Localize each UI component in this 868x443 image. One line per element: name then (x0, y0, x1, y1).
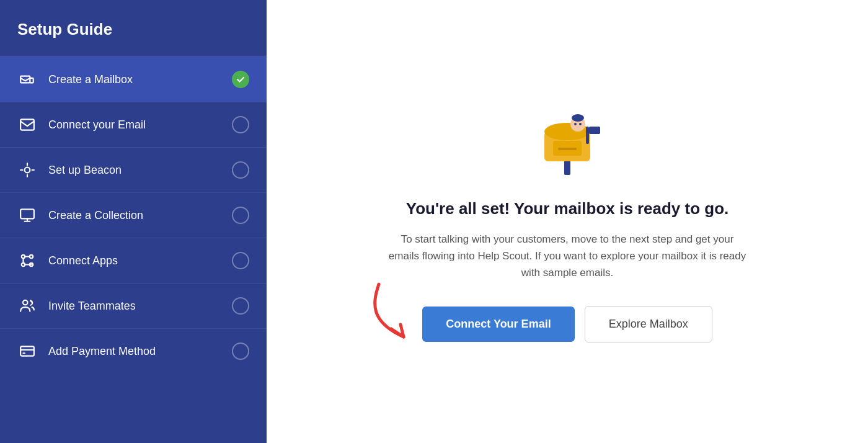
content-card: You're all set! Your mailbox is ready to… (350, 101, 784, 342)
collection-icon (17, 205, 37, 225)
svg-point-21 (572, 114, 584, 122)
check-empty-icon-apps (232, 252, 249, 269)
svg-rect-2 (20, 119, 34, 130)
content-description: To start talking with your customers, mo… (388, 231, 747, 282)
check-empty-icon-teammates (232, 297, 249, 315)
check-empty-icon-beacon (232, 161, 249, 179)
svg-rect-11 (20, 346, 34, 356)
mailbox-illustration (527, 101, 608, 181)
sidebar-item-label-connect-apps: Connect Apps (48, 254, 232, 267)
check-done-icon (232, 71, 249, 88)
svg-rect-4 (20, 209, 34, 218)
beacon-icon (17, 160, 37, 180)
sidebar-item-setup-beacon[interactable]: Set up Beacon (0, 147, 267, 192)
sidebar: Setup Guide Create a Mailbox Connect you (0, 0, 267, 443)
svg-rect-17 (558, 148, 577, 150)
connect-email-button[interactable]: Connect Your Email (422, 307, 574, 342)
sidebar-item-connect-email[interactable]: Connect your Email (0, 102, 267, 147)
svg-point-1 (32, 82, 33, 83)
main-content: You're all set! Your mailbox is ready to… (267, 0, 868, 443)
check-empty-icon-payment (232, 342, 249, 360)
sidebar-title: Setup Guide (0, 0, 267, 56)
sidebar-item-label-setup-beacon: Set up Beacon (48, 164, 232, 177)
sidebar-item-connect-apps[interactable]: Connect Apps (0, 238, 267, 283)
sidebar-item-label-add-payment: Add Payment Method (48, 345, 232, 358)
arrow-illustration (366, 278, 428, 349)
check-empty-icon-email (232, 116, 249, 133)
check-empty-icon-collection (232, 207, 249, 224)
sidebar-item-create-mailbox[interactable]: Create a Mailbox (0, 56, 267, 102)
sidebar-item-create-collection[interactable]: Create a Collection (0, 192, 267, 238)
sidebar-item-invite-teammates[interactable]: Invite Teammates (0, 283, 267, 328)
explore-mailbox-button[interactable]: Explore Mailbox (585, 306, 712, 342)
svg-point-3 (25, 168, 30, 173)
sidebar-item-label-create-mailbox: Create a Mailbox (48, 73, 232, 86)
apps-icon (17, 251, 37, 271)
svg-point-9 (23, 300, 28, 305)
svg-rect-18 (586, 127, 589, 144)
sidebar-item-label-create-collection: Create a Collection (48, 209, 232, 222)
content-title: You're all set! Your mailbox is ready to… (406, 199, 729, 220)
payment-icon (17, 341, 37, 361)
button-row: Connect Your Email Explore Mailbox (422, 306, 712, 342)
svg-rect-19 (589, 127, 600, 134)
svg-point-23 (579, 123, 582, 125)
sidebar-item-label-invite-teammates: Invite Teammates (48, 300, 232, 313)
sidebar-item-add-payment[interactable]: Add Payment Method (0, 328, 267, 374)
email-icon (17, 115, 37, 135)
sidebar-item-label-connect-email: Connect your Email (48, 119, 232, 132)
svg-rect-12 (22, 352, 25, 354)
svg-point-22 (574, 123, 577, 125)
mailbox-icon (17, 69, 37, 89)
teammates-icon (17, 296, 37, 316)
